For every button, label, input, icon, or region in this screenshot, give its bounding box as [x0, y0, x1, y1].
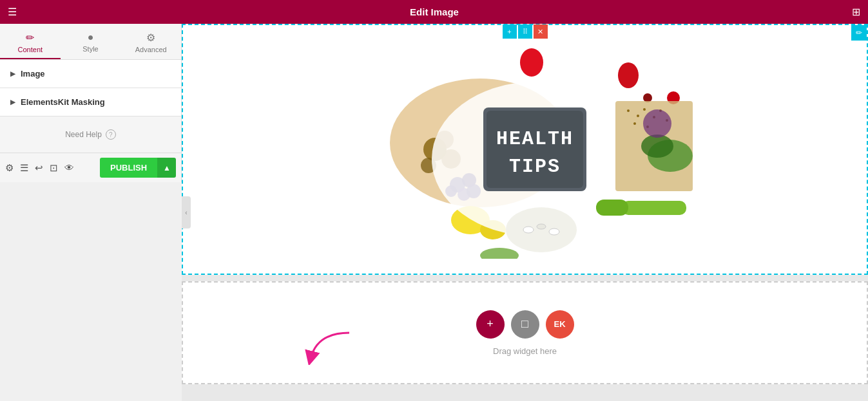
svg-text:HEALTH: HEALTH — [496, 128, 573, 150]
preview-icon[interactable]: 👁 — [64, 162, 74, 173]
publish-button[interactable]: PUBLISH — [100, 158, 157, 178]
tab-advanced-label: Advanced — [135, 46, 167, 53]
add-widget-button[interactable]: + — [476, 310, 505, 339]
ek-widget-button[interactable]: EK — [546, 310, 574, 339]
drag-hint-text: Drag widget here — [493, 346, 557, 356]
accordion-masking-header[interactable]: ▶ ElementsKit Masking — [0, 88, 181, 116]
accordion-masking-arrow: ▶ — [10, 98, 15, 106]
svg-point-41 — [643, 109, 671, 138]
widget-move-btn[interactable]: ⠿ — [518, 24, 532, 39]
style-icon: ● — [88, 32, 94, 43]
widget-add-btn[interactable]: + — [503, 24, 517, 39]
accordion-masking: ▶ ElementsKit Masking — [0, 88, 181, 117]
main-layout: ✏ Content ● Style ⚙ Advanced ▶ Image — [0, 24, 868, 401]
svg-point-28 — [633, 122, 636, 125]
layers-icon[interactable]: ☰ — [20, 162, 28, 174]
tab-style[interactable]: ● Style — [61, 24, 121, 59]
accordion-image-arrow: ▶ — [10, 70, 15, 77]
svg-text:TIPS: TIPS — [508, 156, 560, 178]
health-tips-image: HEALTH TIPS — [351, 40, 699, 259]
tab-content-label: Content — [18, 46, 43, 53]
widget-toolbar: + ⠿ ✕ — [503, 24, 548, 39]
svg-point-38 — [549, 228, 559, 235]
publish-arrow-button[interactable]: ▲ — [157, 158, 176, 178]
history-icon[interactable]: ↩ — [35, 162, 43, 174]
widget-zone-active: + ⠿ ✕ ✏ — [182, 24, 868, 275]
svg-point-11 — [520, 48, 543, 77]
accordion-image: ▶ Image — [0, 60, 181, 88]
need-help-section: Need Help ? — [0, 117, 181, 153]
accordion-masking-label: ElementsKit Masking — [21, 97, 105, 107]
collapse-handle[interactable]: ‹ — [182, 196, 191, 228]
help-icon[interactable]: ? — [106, 129, 116, 140]
publish-group: PUBLISH ▲ — [100, 158, 176, 178]
svg-rect-34 — [596, 200, 628, 216]
widget-zone-empty: + □ EK Drag widget here — [182, 281, 868, 384]
svg-point-23 — [627, 109, 630, 112]
canvas-area: + ⠿ ✕ ✏ — [182, 24, 868, 401]
svg-point-14 — [643, 93, 652, 102]
svg-rect-33 — [622, 201, 686, 215]
svg-point-12 — [618, 62, 639, 88]
tab-bar: ✏ Content ● Style ⚙ Advanced — [0, 24, 181, 60]
accordion-image-label: Image — [21, 69, 45, 79]
svg-point-32 — [641, 135, 673, 158]
content-icon: ✏ — [26, 32, 34, 44]
need-help-label: Need Help — [65, 130, 102, 139]
layout-widget-button[interactable]: □ — [511, 310, 539, 339]
sidebar-wrapper: ✏ Content ● Style ⚙ Advanced ▶ Image — [0, 24, 182, 401]
responsive-icon[interactable]: ⊡ — [50, 162, 58, 174]
settings-icon[interactable]: ⚙ — [5, 162, 14, 174]
empty-zone-buttons: + □ EK — [476, 310, 574, 339]
svg-point-25 — [643, 108, 646, 111]
svg-point-37 — [537, 224, 546, 229]
sidebar: ✏ Content ● Style ⚙ Advanced ▶ Image — [0, 24, 182, 182]
tab-advanced[interactable]: ⚙ Advanced — [121, 24, 181, 59]
edit-corner-button[interactable]: ✏ — [851, 25, 867, 41]
svg-point-36 — [523, 227, 534, 233]
menu-icon[interactable]: ☰ — [8, 6, 17, 18]
grid-icon[interactable]: ⊞ — [852, 6, 860, 18]
top-header: ☰ Edit Image ⊞ — [0, 0, 868, 24]
sidebar-footer: ⚙ ☰ ↩ ⊡ 👁 PUBLISH ▲ — [0, 153, 181, 182]
widget-close-btn[interactable]: ✕ — [534, 24, 548, 39]
accordion-image-header[interactable]: ▶ Image — [0, 60, 181, 88]
svg-point-24 — [637, 115, 639, 117]
advanced-icon: ⚙ — [146, 32, 155, 44]
svg-point-35 — [506, 207, 577, 252]
tab-content[interactable]: ✏ Content — [0, 24, 61, 59]
tab-style-label: Style — [82, 45, 98, 53]
page-title: Edit Image — [410, 6, 459, 17]
